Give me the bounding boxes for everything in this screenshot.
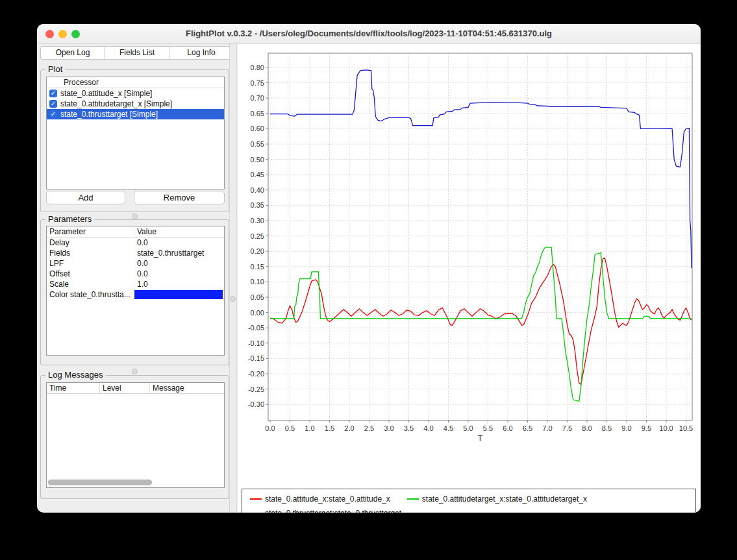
time-column-header[interactable]: Time bbox=[47, 383, 100, 393]
y-tick-label: 0.80 bbox=[251, 64, 264, 71]
y-tick-label: 0.50 bbox=[251, 156, 264, 164]
x-tick-label: 8.0 bbox=[582, 424, 592, 432]
x-tick-label: 3.0 bbox=[384, 424, 393, 432]
y-tick-label: -0.05 bbox=[248, 324, 264, 332]
y-tick-label: 0.30 bbox=[251, 217, 264, 225]
parameter-value[interactable]: 0.0 bbox=[134, 258, 224, 269]
x-tick-label: 5.0 bbox=[463, 424, 473, 432]
y-tick-label: 0.65 bbox=[251, 110, 264, 117]
y-tick-label: -0.25 bbox=[248, 385, 264, 393]
y-tick-label: 0.35 bbox=[251, 201, 264, 209]
app-window: FlightPlot v.0.3.2 - /Users/oleg/Documen… bbox=[37, 24, 701, 513]
value-column-header[interactable]: Value bbox=[134, 226, 224, 237]
fields-list-button[interactable]: Fields List bbox=[105, 46, 169, 60]
x-tick-label: 7.5 bbox=[562, 424, 572, 432]
message-column-header[interactable]: Message bbox=[150, 383, 224, 393]
remove-button[interactable]: Remove bbox=[134, 191, 225, 204]
checkbox-icon[interactable] bbox=[49, 90, 57, 97]
x-tick-label: 4.0 bbox=[423, 424, 433, 432]
parameters-groupbox: Parameters Parameter Value Delay0.0Field… bbox=[40, 219, 229, 365]
parameter-column-header[interactable]: Parameter bbox=[47, 226, 134, 237]
plot-series-row[interactable]: state_0.attitude_x [Simple] bbox=[47, 88, 224, 99]
x-tick-label: 0.0 bbox=[265, 424, 275, 432]
splitter-handle[interactable] bbox=[132, 213, 138, 219]
y-tick-label: 0.40 bbox=[251, 186, 264, 194]
y-tick-label: 0.00 bbox=[251, 309, 264, 317]
plot-canvas[interactable]: -0.30-0.25-0.20-0.15-0.10-0.050.000.050.… bbox=[238, 44, 701, 513]
legend-row: state_0.thrusttarget:state_0.thrusttarge… bbox=[250, 506, 688, 513]
open-log-button[interactable]: Open Log bbox=[40, 46, 105, 60]
y-tick-label: 0.05 bbox=[251, 293, 264, 301]
parameters-table[interactable]: Parameter Value Delay0.0Fieldsstate_0.th… bbox=[46, 226, 225, 356]
parameter-value[interactable]: 0.0 bbox=[134, 269, 224, 279]
parameter-value[interactable]: state_0.thrusttarget bbox=[134, 248, 224, 258]
plot-border bbox=[268, 53, 692, 420]
y-tick-label: 0.70 bbox=[251, 94, 264, 102]
parameter-name: Offset bbox=[47, 269, 134, 279]
x-tick-label: 9.0 bbox=[621, 424, 631, 432]
parameter-name: Scale bbox=[47, 279, 134, 289]
x-tick-label: 8.5 bbox=[602, 424, 612, 432]
y-tick-label: 0.25 bbox=[251, 232, 264, 240]
plot-series-label: state_0.thrusttarget [Simple] bbox=[60, 110, 158, 119]
y-tick-label: 0.45 bbox=[251, 171, 264, 178]
parameter-color-row[interactable]: Color state_0.thrustta... bbox=[47, 289, 224, 300]
log-table-header: Time Level Message bbox=[47, 383, 224, 394]
checkbox-icon[interactable] bbox=[49, 100, 57, 108]
y-tick-label: 0.75 bbox=[251, 79, 264, 87]
series-line-2 bbox=[270, 70, 692, 268]
x-tick-label: 0.5 bbox=[285, 424, 295, 432]
window-title: FlightPlot v.0.3.2 - /Users/oleg/Documen… bbox=[37, 29, 701, 38]
splitter-handle[interactable] bbox=[132, 369, 138, 374]
legend-swatch-icon bbox=[407, 498, 419, 500]
parameter-row[interactable]: Scale1.0 bbox=[47, 279, 224, 289]
parameter-row[interactable]: LPF0.0 bbox=[47, 258, 224, 269]
plot-groupbox: Plot Processor state_0.attitude_x [Simpl… bbox=[40, 69, 229, 212]
x-tick-label: 6.5 bbox=[523, 424, 532, 432]
log-messages-table[interactable]: Time Level Message bbox=[46, 382, 225, 488]
x-tick-label: 2.5 bbox=[364, 424, 374, 432]
horizontal-scrollbar-thumb[interactable] bbox=[48, 480, 152, 485]
log-messages-group-title: Log Messages bbox=[45, 370, 106, 380]
level-column-header[interactable]: Level bbox=[100, 383, 150, 393]
parameter-row[interactable]: Fieldsstate_0.thrusttarget bbox=[47, 248, 224, 258]
add-button[interactable]: Add bbox=[46, 191, 125, 204]
y-tick-label: 0.10 bbox=[251, 278, 264, 286]
legend-item: state_0.attitude_x:state_0.attitude_x bbox=[250, 494, 390, 504]
parameter-name: LPF bbox=[47, 258, 134, 269]
y-tick-label: 0.20 bbox=[251, 247, 264, 255]
parameter-name: Delay bbox=[47, 237, 134, 248]
plot-series-row[interactable]: state_0.thrusttarget [Simple] bbox=[47, 109, 224, 119]
plot-series-row[interactable]: state_0.attitudetarget_x [Simple] bbox=[47, 99, 224, 109]
splitter-handle[interactable] bbox=[230, 296, 236, 302]
chart-legend: state_0.attitude_x:state_0.attitude_xsta… bbox=[242, 489, 696, 513]
y-tick-label: -0.10 bbox=[248, 339, 264, 347]
y-tick-label: -0.15 bbox=[248, 354, 264, 362]
legend-swatch-icon bbox=[250, 498, 262, 500]
parameter-name: Color state_0.thrustta... bbox=[47, 289, 134, 300]
legend-item: state_0.thrusttarget:state_0.thrusttarge… bbox=[250, 509, 401, 513]
x-axis-title: T bbox=[478, 434, 483, 443]
chart-panel: -0.30-0.25-0.20-0.15-0.10-0.050.000.050.… bbox=[238, 44, 701, 513]
vertical-splitter[interactable] bbox=[229, 43, 237, 513]
parameter-row[interactable]: Delay0.0 bbox=[47, 237, 224, 248]
plot-series-label: state_0.attitude_x [Simple] bbox=[60, 89, 152, 98]
checkbox-icon[interactable] bbox=[49, 110, 57, 118]
x-tick-label: 7.0 bbox=[542, 424, 552, 432]
x-tick-label: 2.0 bbox=[344, 424, 354, 432]
processor-column-header[interactable]: Processor bbox=[47, 77, 224, 88]
parameter-value[interactable]: 0.0 bbox=[134, 237, 224, 248]
titlebar[interactable]: FlightPlot v.0.3.2 - /Users/oleg/Documen… bbox=[37, 24, 701, 43]
y-tick-label: 0.55 bbox=[251, 140, 264, 148]
parameter-row[interactable]: Offset0.0 bbox=[47, 269, 224, 279]
param-color-swatch[interactable] bbox=[134, 290, 223, 299]
x-tick-label: 3.5 bbox=[404, 424, 414, 432]
legend-item: state_0.attitudetarget_x:state_0.attitud… bbox=[407, 494, 587, 504]
parameters-table-header[interactable]: Parameter Value bbox=[47, 226, 224, 237]
log-info-button[interactable]: Log Info bbox=[169, 46, 234, 60]
log-messages-groupbox: Log Messages Time Level Message bbox=[40, 375, 229, 499]
y-tick-label: -0.20 bbox=[248, 370, 264, 378]
parameter-value[interactable]: 1.0 bbox=[134, 279, 224, 289]
x-tick-label: 9.5 bbox=[642, 424, 651, 432]
plot-series-list[interactable]: Processor state_0.attitude_x [Simple]sta… bbox=[46, 77, 225, 189]
